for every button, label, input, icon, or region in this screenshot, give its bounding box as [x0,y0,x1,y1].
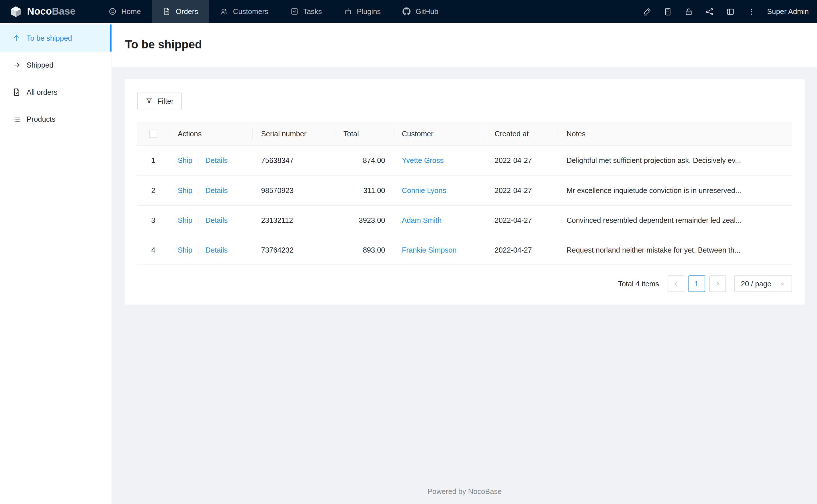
details-link[interactable]: Details [205,246,228,254]
created-at-cell: 2022-04-27 [486,205,558,235]
action-divider [198,157,199,165]
row-index: 4 [151,246,155,254]
logo-text: NocoBase [27,6,76,17]
table-row: 4 ShipDetails 73764232 893.00 Frankie Si… [137,235,792,265]
plugins-icon [344,7,352,15]
more-icon[interactable] [741,0,762,23]
collaboration-icon[interactable] [699,0,720,23]
column-header-created-at: Created at [486,122,558,145]
content: Filter Actions Serial number Total [112,67,817,504]
total-cell: 893.00 [335,235,394,265]
row-index-cell: 2 [137,176,169,205]
highlighter-icon[interactable] [637,0,658,23]
row-index: 2 [151,186,155,194]
ship-link[interactable]: Ship [178,186,192,194]
nav-item-orders[interactable]: Orders [152,0,209,23]
nav-item-github[interactable]: GitHub [392,0,449,23]
chevron-down-icon [780,281,785,287]
serial-number-cell: 73764232 [253,235,335,265]
app-root: NocoBase Home Orders [0,0,817,504]
nav-item-label: Customers [233,7,268,15]
details-link[interactable]: Details [205,216,228,224]
footer: Powered by NocoBase [125,482,805,499]
serial-number-cell: 98570923 [253,176,335,205]
nav-item-customers[interactable]: Customers [209,0,279,23]
column-header-actions: Actions [169,122,253,145]
sidebar-item-shipped[interactable]: Shipped [0,52,111,79]
notes-cell: Convinced resembled dependent remainder … [558,205,792,235]
serial-number-cell: 75638347 [253,146,335,176]
user-menu[interactable]: Super Admin [767,7,809,15]
github-icon [402,7,411,15]
actions-cell: ShipDetails [169,176,253,205]
column-header-customer: Customer [394,122,486,145]
customer-link[interactable]: Frankie Simpson [402,246,457,254]
arrow-right-icon [13,61,21,69]
pagination: Total 4 items 1 20 / page [137,276,792,292]
customer-cell: Yvette Gross [394,146,486,176]
arrow-up-icon [13,34,21,42]
nav-item-label: Tasks [303,7,322,15]
main-area: To be shipped Filter [112,23,817,504]
chevron-right-icon [714,281,721,287]
sidebar-item-all-orders[interactable]: All orders [0,79,111,106]
sidebar-item-products[interactable]: Products [0,106,111,133]
sidebar-item-to-be-shipped[interactable]: To be shipped [0,24,111,52]
customer-link[interactable]: Connie Lyons [402,186,446,194]
top-navbar: NocoBase Home Orders [0,0,817,23]
page-1-button[interactable]: 1 [688,276,705,292]
table-row: 2 ShipDetails 98570923 311.00 Connie Lyo… [137,176,792,205]
sidebar-item-label: To be shipped [27,34,72,42]
customer-link[interactable]: Yvette Gross [402,156,444,165]
lock-icon[interactable] [679,0,700,23]
home-icon [108,7,117,15]
table-body: 1 ShipDetails 75638347 874.00 Yvette Gro… [137,146,792,265]
details-link[interactable]: Details [205,186,228,194]
pagination-total: Total 4 items [618,280,659,288]
notes-cell: Mr excellence inquietude conviction is i… [558,176,792,205]
customers-icon [220,7,228,15]
nav-item-plugins[interactable]: Plugins [333,0,392,23]
action-divider [198,217,199,224]
nav-item-label: Orders [176,7,198,15]
customer-cell: Frankie Simpson [394,235,486,265]
select-all-header-cell [137,122,169,145]
total-cell: 874.00 [335,146,394,176]
customer-cell: Connie Lyons [394,176,486,205]
filter-button[interactable]: Filter [137,93,182,109]
row-index: 1 [151,156,155,165]
ship-link[interactable]: Ship [178,246,192,254]
orders-card: Filter Actions Serial number Total [125,79,805,305]
page-size-select[interactable]: 20 / page [734,276,792,292]
calculator-icon[interactable] [658,0,679,23]
ship-link[interactable]: Ship [178,216,192,224]
sidebar: To be shipped Shipped All orders Product… [0,23,112,504]
action-divider [198,247,199,254]
nocobase-logo[interactable]: NocoBase [0,0,83,23]
customer-link[interactable]: Adam Smith [402,216,442,225]
row-index-cell: 1 [137,146,169,176]
select-all-checkbox[interactable] [149,130,157,138]
total-cell: 311.00 [335,176,394,205]
ship-link[interactable]: Ship [178,156,192,165]
row-index: 3 [151,216,155,225]
nav-item-home[interactable]: Home [97,0,152,23]
tasks-icon [290,7,299,15]
created-at-cell: 2022-04-27 [486,146,558,176]
next-page-button[interactable] [709,276,726,292]
nav-item-tasks[interactable]: Tasks [279,0,333,23]
sidebar-item-label: Products [27,115,55,123]
sidebar-item-label: Shipped [27,61,53,69]
prev-page-button[interactable] [667,276,684,292]
body: To be shipped Shipped All orders Product… [0,23,817,504]
notes-cell: Delightful met sufficient projection ask… [558,146,792,176]
column-header-total: Total [335,122,394,145]
customer-cell: Adam Smith [394,205,486,235]
created-at-cell: 2022-04-27 [486,235,558,265]
created-at-cell: 2022-04-27 [486,176,558,205]
filter-icon [145,97,152,105]
details-link[interactable]: Details [205,156,228,165]
page-size-value: 20 / page [741,280,771,288]
actions-cell: ShipDetails [169,146,253,176]
layout-icon[interactable] [720,0,741,23]
